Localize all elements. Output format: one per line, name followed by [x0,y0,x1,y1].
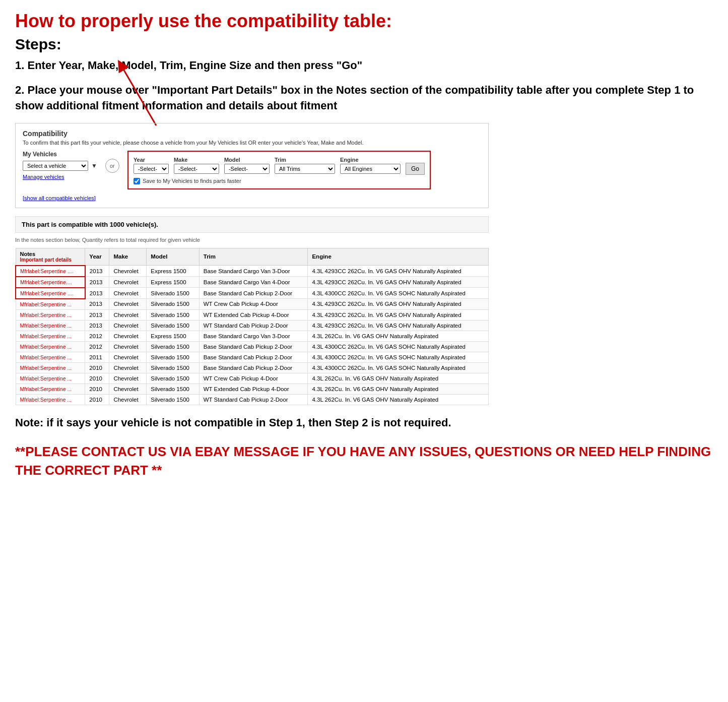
table-row: Mfrlabel:Serpentine ...2010ChevroletSilv… [16,373,489,384]
qty-note: In the notes section below, Quantity ref… [15,237,713,243]
notes-cell: Mfrlabel:Serpentine ... [16,394,85,405]
table-row: Mfrlabel:Serpentine ....2013ChevroletSil… [16,288,489,299]
notes-cell: Mfrlabel:Serpentine ... [16,341,85,352]
make-cell: Chevrolet [109,277,147,288]
trim-cell: Base Standard Cab Pickup 2-Door [199,341,308,352]
make-select[interactable]: -Select- [174,164,219,174]
trim-cell: Base Standard Cab Pickup 2-Door [199,288,308,299]
engine-cell: 4.3L 4293CC 262Cu. In. V6 GAS OHV Natura… [308,299,489,310]
table-row: Mfrlabel:Serpentine ...2013ChevroletSilv… [16,299,489,310]
trim-cell: Base Standard Cargo Van 3-Door [199,266,308,277]
trim-cell: WT Extended Cab Pickup 4-Door [199,384,308,394]
engine-cell: 4.3L 262Cu. In. V6 GAS OHV Naturally Asp… [308,384,489,394]
model-cell: Silverado 1500 [147,362,200,373]
make-label: Make [174,157,219,163]
year-cell: 2013 [85,277,109,288]
page-title: How to properly use the compatibility ta… [15,10,713,32]
engine-label: Engine [340,157,401,163]
engine-cell: 4.3L 262Cu. In. V6 GAS OHV Naturally Asp… [308,394,489,405]
engine-cell: 4.3L 4293CC 262Cu. In. V6 GAS OHV Natura… [308,277,489,288]
model-cell: Silverado 1500 [147,288,200,299]
year-cell: 2011 [85,352,109,362]
note-section: Note: if it says your vehicle is not com… [15,415,713,431]
trim-cell: WT Standard Cab Pickup 2-Door [199,394,308,405]
notes-cell: Mfrlabel:Serpentine ... [16,373,85,384]
header-engine: Engine [308,248,489,266]
year-cell: 2010 [85,362,109,373]
trim-col: Trim All Trims [275,157,335,174]
engine-select[interactable]: All Engines [340,164,401,174]
engine-cell: 4.3L 4300CC 262Cu. In. V6 GAS SOHC Natur… [308,362,489,373]
model-cell: Express 1500 [147,277,200,288]
manage-vehicles-link[interactable]: Manage vehicles [23,174,97,180]
make-cell: Chevrolet [109,384,147,394]
compat-count: This part is compatible with 1000 vehicl… [15,216,489,233]
table-row: Mfrlabel:Serpentine....2013ChevroletExpr… [16,277,489,288]
trim-cell: Base Standard Cab Pickup 2-Door [199,362,308,373]
year-cell: 2012 [85,331,109,341]
model-cell: Silverado 1500 [147,299,200,310]
year-cell: 2012 [85,341,109,352]
year-label: Year [134,157,169,163]
go-button[interactable]: Go [406,163,425,175]
year-col: Year -Select- [134,157,169,174]
notes-cell: Mfrlabel:Serpentine ... [16,384,85,394]
year-cell: 2013 [85,266,109,277]
table-row: Mfrlabel:Serpentine ...2010ChevroletSilv… [16,384,489,394]
engine-col: Engine All Engines [340,157,401,174]
table-row: Mfrlabel:Serpentine ...2011ChevroletSilv… [16,352,489,362]
vehicle-select-row: Select a vehicle ▼ [23,161,97,171]
trim-cell: WT Standard Cab Pickup 2-Door [199,320,308,331]
engine-cell: 4.3L 4300CC 262Cu. In. V6 GAS SOHC Natur… [308,288,489,299]
model-cell: Silverado 1500 [147,309,200,320]
model-cell: Silverado 1500 [147,320,200,331]
trim-label: Trim [275,157,335,163]
compatibility-box: Compatibility To confirm that this part … [15,123,489,208]
year-cell: 2013 [85,299,109,310]
notes-sub-text: Important part details [20,257,81,263]
header-trim: Trim [199,248,308,266]
table-row: Mfrlabel:Serpentine ...2013ChevroletSilv… [16,309,489,320]
notes-cell: Mfrlabel:Serpentine ... [16,299,85,310]
make-col: Make -Select- [174,157,219,174]
model-cell: Express 1500 [147,266,200,277]
notes-cell: Mfrlabel:Serpentine .... [16,266,85,277]
my-vehicles-section: My Vehicles Select a vehicle ▼ Manage ve… [23,151,97,180]
year-select[interactable]: -Select- [134,164,169,174]
save-checkbox[interactable] [134,178,140,184]
model-label: Model [224,157,270,163]
model-cell: Silverado 1500 [147,373,200,384]
engine-cell: 4.3L 4300CC 262Cu. In. V6 GAS SOHC Natur… [308,341,489,352]
table-header-row: Notes Important part details Year Make M… [16,248,489,266]
steps-heading: Steps: [15,36,713,53]
make-cell: Chevrolet [109,320,147,331]
make-cell: Chevrolet [109,299,147,310]
model-cell: Silverado 1500 [147,384,200,394]
vehicle-select[interactable]: Select a vehicle [23,161,88,171]
step2-text: 2. Place your mouse over "Important Part… [15,83,713,114]
notes-cell: Mfrlabel:Serpentine .... [16,288,85,299]
make-cell: Chevrolet [109,362,147,373]
engine-cell: 4.3L 4293CC 262Cu. In. V6 GAS OHV Natura… [308,309,489,320]
table-row: Mfrlabel:Serpentine ....2013ChevroletExp… [16,266,489,277]
step1-text: 1. Enter Year, Make, Model, Trim, Engine… [15,58,713,74]
table-row: Mfrlabel:Serpentine ...2012ChevroletSilv… [16,341,489,352]
trim-select[interactable]: All Trims [275,164,335,174]
notes-cell: Mfrlabel:Serpentine ... [16,331,85,341]
trim-cell: Base Standard Cargo Van 4-Door [199,277,308,288]
save-row: Save to My Vehicles to finds parts faste… [134,178,425,184]
make-cell: Chevrolet [109,352,147,362]
year-cell: 2013 [85,288,109,299]
model-select[interactable]: -Select- [224,164,270,174]
trim-cell: WT Crew Cab Pickup 4-Door [199,373,308,384]
ymm-row: Year -Select- Make -Select- Model [134,156,425,175]
compatibility-wrapper: Compatibility To confirm that this part … [15,123,713,405]
model-cell: Silverado 1500 [147,341,200,352]
table-row: Mfrlabel:Serpentine ...2010ChevroletSilv… [16,394,489,405]
compat-table: Notes Important part details Year Make M… [15,248,489,405]
engine-cell: 4.3L 262Cu. In. V6 GAS OHV Naturally Asp… [308,331,489,341]
show-all-link[interactable]: [show all compatible vehicles] [23,195,96,201]
engine-cell: 4.3L 262Cu. In. V6 GAS OHV Naturally Asp… [308,373,489,384]
year-cell: 2013 [85,309,109,320]
table-row: Mfrlabel:Serpentine ...2010ChevroletSilv… [16,362,489,373]
